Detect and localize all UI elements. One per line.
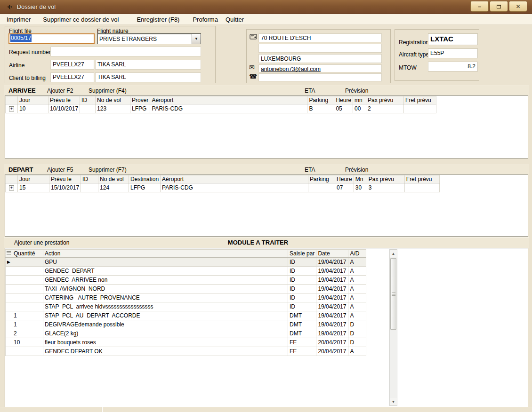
- menu-quitter[interactable]: Quitter: [223, 15, 247, 24]
- table-row[interactable]: CATERING AUTRE PROVENANCEID19/04/2017A: [6, 293, 366, 302]
- address-line1-input[interactable]: 70 ROUTE D'ESCH: [258, 33, 382, 42]
- email-input[interactable]: antoinebon73@aol.com: [258, 64, 382, 72]
- row-selector-cell[interactable]: [6, 338, 12, 347]
- cell-date[interactable]: 19/04/2017: [316, 302, 348, 311]
- cell-action[interactable]: GENDEC DEPART OK: [43, 347, 288, 356]
- row-selector-cell[interactable]: [6, 347, 12, 356]
- cell-ad[interactable]: D: [348, 329, 366, 338]
- cell-quantity[interactable]: 10: [12, 338, 43, 347]
- table-row[interactable]: GENDEC DEPART OKFE20/04/2017A: [6, 347, 366, 356]
- aircraft-type-input[interactable]: E55P: [428, 48, 478, 58]
- cell-quantity[interactable]: [12, 302, 43, 311]
- arrivee-remove-button[interactable]: Supprimer (F4): [89, 87, 127, 94]
- row-selector-cell[interactable]: [6, 302, 12, 311]
- table-row[interactable]: ▶GPUID19/04/2017A: [6, 258, 366, 267]
- cell-action[interactable]: fleur bouquets roses: [43, 338, 288, 347]
- client-code-input[interactable]: PVEELLX27: [50, 72, 94, 82]
- airline-code-input[interactable]: PVEELLX27: [50, 60, 94, 70]
- cell-quantity[interactable]: [12, 258, 43, 267]
- cell-date[interactable]: 19/04/2017: [316, 320, 348, 329]
- cell-ad[interactable]: A: [348, 311, 366, 320]
- arrivee-row[interactable]: + 10 10/10/2017 123 LFPG PARIS-CDG B 05 …: [6, 104, 436, 113]
- menu-supprimer-dossier[interactable]: Supprimer ce dossier de vol: [40, 15, 121, 24]
- cell-saisie-par[interactable]: DMT: [288, 320, 316, 329]
- cell-date[interactable]: 19/04/2017: [316, 293, 348, 302]
- cell-quantity[interactable]: 1: [12, 320, 43, 329]
- registration-input[interactable]: LXTAC: [428, 33, 478, 45]
- cell-action[interactable]: CATERING AUTRE PROVENANCE: [43, 293, 288, 302]
- flight-file-input[interactable]: 0005/17: [8, 33, 95, 44]
- table-row[interactable]: 1DEGIVRAGEdemande possibleDMT19/04/2017D: [6, 320, 366, 329]
- cell-quantity[interactable]: [12, 285, 43, 293]
- arrivee-add-button[interactable]: Ajouter F2: [47, 87, 73, 94]
- cell-saisie-par[interactable]: FE: [288, 338, 316, 347]
- cell-quantity[interactable]: [12, 276, 43, 285]
- phone-input[interactable]: [258, 73, 382, 81]
- row-selector-cell[interactable]: [6, 285, 12, 293]
- request-number-input[interactable]: [50, 47, 201, 56]
- scroll-down-button[interactable]: ▼: [390, 398, 397, 405]
- cell-date[interactable]: 20/04/2017: [316, 338, 348, 347]
- cell-saisie-par[interactable]: ID: [288, 258, 316, 267]
- cell-action[interactable]: GENDEC DEPART: [43, 267, 288, 276]
- cell-quantity[interactable]: 1: [12, 311, 43, 320]
- cell-ad[interactable]: A: [348, 285, 366, 293]
- row-selector-cell[interactable]: [6, 329, 12, 338]
- depart-remove-button[interactable]: Supprimer (F7): [89, 166, 127, 173]
- cell-saisie-par[interactable]: FE: [288, 347, 316, 356]
- cell-ad[interactable]: A: [348, 302, 366, 311]
- menu-proforma[interactable]: Proforma: [190, 15, 220, 24]
- table-row[interactable]: 10fleur bouquets rosesFE20/04/2017D: [6, 338, 366, 347]
- cell-date[interactable]: 19/04/2017: [316, 329, 348, 338]
- cell-date[interactable]: 20/04/2017: [316, 347, 348, 356]
- vertical-scrollbar[interactable]: ▲ ▼: [389, 249, 397, 406]
- minimize-button[interactable]: –: [470, 1, 489, 12]
- depart-row[interactable]: + 15 15/10/2017 124 LFPG PARIS-CDG 07 30…: [6, 183, 440, 192]
- depart-add-button[interactable]: Ajouter F5: [47, 166, 73, 173]
- cell-ad[interactable]: A: [348, 293, 366, 302]
- table-row[interactable]: GENDEC ARRIVEE nonID19/04/2017A: [6, 276, 366, 285]
- cell-saisie-par[interactable]: ID: [288, 267, 316, 276]
- table-row[interactable]: TAXI AVIGNON NORDID19/04/2017A: [6, 285, 366, 293]
- scrollbar-thumb[interactable]: [390, 258, 396, 330]
- close-button[interactable]: ✕: [509, 1, 527, 12]
- cell-action[interactable]: STAP PCL arrivee hidvsssssssssssssssss: [43, 302, 288, 311]
- table-row[interactable]: 1STAP PCL AU DEPART ACCORDEDMT19/04/2017…: [6, 311, 366, 320]
- cell-action[interactable]: GLACE(2 kg): [43, 329, 288, 338]
- airline-name-input[interactable]: TIKA SARL: [95, 60, 201, 70]
- cell-saisie-par[interactable]: ID: [288, 276, 316, 285]
- cell-ad[interactable]: A: [348, 258, 366, 267]
- cell-date[interactable]: 19/04/2017: [316, 276, 348, 285]
- table-row[interactable]: 2GLACE(2 kg)DMT19/04/2017D: [6, 329, 366, 338]
- cell-action[interactable]: GPU: [43, 258, 288, 267]
- cell-ad[interactable]: A: [348, 267, 366, 276]
- row-selector-cell[interactable]: [6, 311, 12, 320]
- cell-quantity[interactable]: [12, 267, 43, 276]
- table-row[interactable]: STAP PCL arrivee hidvsssssssssssssssssID…: [6, 302, 366, 311]
- table-row[interactable]: GENDEC DEPARTID19/04/2017A: [6, 267, 366, 276]
- cell-saisie-par[interactable]: DMT: [288, 329, 316, 338]
- row-selector-cell[interactable]: [6, 293, 12, 302]
- row-selector-cell[interactable]: [6, 267, 12, 276]
- cell-date[interactable]: 19/04/2017: [316, 285, 348, 293]
- cell-saisie-par[interactable]: ID: [288, 302, 316, 311]
- chevron-down-icon[interactable]: ▼: [192, 34, 201, 44]
- row-selector-cell[interactable]: [6, 276, 12, 285]
- menu-imprimer[interactable]: Imprimer: [4, 15, 33, 24]
- cell-action[interactable]: DEGIVRAGEdemande possible: [43, 320, 288, 329]
- cell-saisie-par[interactable]: ID: [288, 293, 316, 302]
- mtow-input[interactable]: 8.2: [428, 62, 478, 71]
- row-selector-cell[interactable]: [6, 320, 12, 329]
- address-line2-input[interactable]: [258, 44, 382, 53]
- maximize-button[interactable]: [490, 1, 508, 12]
- cell-date[interactable]: 19/04/2017: [316, 311, 348, 320]
- cell-saisie-par[interactable]: DMT: [288, 311, 316, 320]
- cell-action[interactable]: TAXI AVIGNON NORD: [43, 285, 288, 293]
- cell-ad[interactable]: D: [348, 338, 366, 347]
- cell-ad[interactable]: D: [348, 320, 366, 329]
- menu-enregistrer[interactable]: Enregistrer (F8): [134, 15, 182, 24]
- cell-action[interactable]: GENDEC ARRIVEE non: [43, 276, 288, 285]
- address-city-input[interactable]: LUXEMBOURG: [258, 54, 382, 63]
- scroll-up-button[interactable]: ▲: [390, 250, 397, 257]
- flight-nature-select[interactable]: PRIVES ETRANGERS ▼: [97, 33, 201, 44]
